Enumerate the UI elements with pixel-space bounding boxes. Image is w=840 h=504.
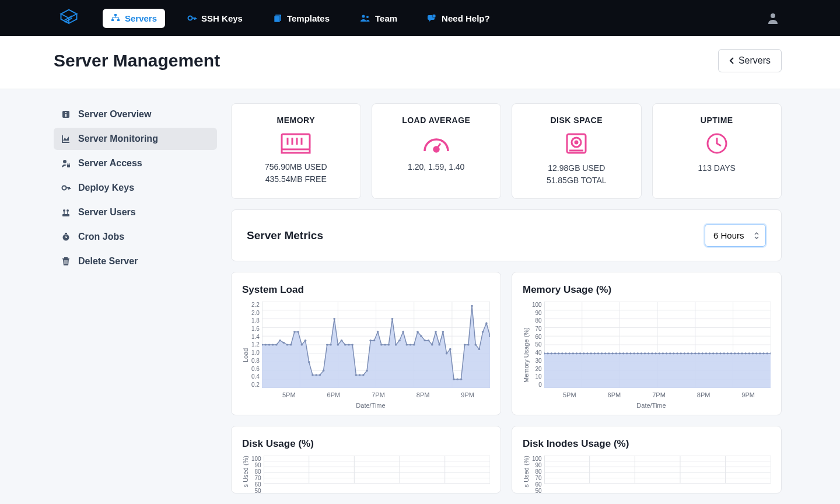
sidebar-item-label: Cron Jobs [78, 232, 124, 242]
svg-point-45 [264, 344, 267, 345]
sidebar-item-label: Server Monitoring [78, 134, 158, 144]
stat-line-2: 51.85GB TOTAL [522, 174, 632, 187]
servers-icon [111, 13, 120, 23]
svg-point-157 [665, 352, 667, 354]
svg-point-3 [188, 16, 192, 20]
svg-rect-5 [274, 16, 280, 22]
svg-point-55 [300, 344, 303, 345]
svg-point-127 [558, 352, 560, 354]
x-axis-label: Date/Time [532, 402, 771, 409]
nav-templates[interactable]: Templates [265, 9, 338, 28]
user-icon [766, 12, 779, 24]
svg-point-7 [366, 16, 369, 18]
page-header: Server Management Servers [0, 36, 840, 89]
nav-servers[interactable]: Servers [103, 9, 165, 28]
team-icon [360, 13, 370, 23]
svg-point-174 [726, 352, 729, 354]
plot-area [262, 302, 490, 388]
x-ticks: 5PM6PM7PM8PM9PM [532, 391, 771, 398]
svg-point-73 [366, 370, 368, 372]
chart-memory-usage: Memory Usage (%) Memory Usage (%) 100908… [512, 272, 782, 415]
svg-point-185 [766, 352, 768, 354]
sidebar-item-monitoring[interactable]: Server Monitoring [54, 128, 217, 150]
nav-label: Need Help? [442, 13, 490, 23]
chart-title: System Load [242, 284, 490, 296]
svg-point-124 [547, 352, 549, 354]
svg-point-184 [762, 352, 765, 354]
svg-point-52 [290, 344, 292, 345]
stat-line-2: 435.54MB FREE [241, 173, 351, 186]
svg-point-96 [449, 348, 452, 350]
nav-ssh-keys[interactable]: SSH Keys [179, 9, 251, 28]
svg-rect-12 [65, 114, 66, 117]
svg-point-162 [683, 352, 685, 354]
svg-point-89 [424, 340, 426, 341]
svg-point-86 [413, 344, 415, 345]
svg-point-156 [662, 352, 664, 354]
back-servers-button[interactable]: Servers [718, 49, 782, 72]
svg-rect-22 [62, 258, 69, 260]
svg-point-13 [63, 160, 66, 163]
sidebar-item-cron[interactable]: Cron Jobs [54, 226, 217, 248]
svg-point-176 [734, 352, 736, 354]
stat-disk: DISK SPACE 12.98GB USED 51.85GB TOTAL [512, 103, 642, 199]
sidebar-item-overview[interactable]: Server Overview [54, 103, 217, 125]
user-lock-icon [61, 159, 71, 168]
svg-point-166 [698, 352, 700, 354]
svg-point-9 [771, 13, 775, 18]
stat-load: LOAD AVERAGE 1.20, 1.59, 1.40 [372, 103, 502, 199]
svg-point-63 [330, 344, 332, 345]
stat-memory: MEMORY 756.90MB USED 435.54MB FREE [231, 103, 361, 199]
svg-rect-2 [117, 19, 120, 21]
svg-point-135 [586, 352, 589, 354]
stopwatch-icon [61, 232, 71, 242]
svg-point-93 [438, 344, 440, 345]
logo[interactable] [58, 8, 79, 29]
svg-point-82 [398, 340, 401, 341]
memory-icon [241, 132, 351, 154]
svg-point-165 [694, 352, 696, 354]
plot-area [264, 456, 490, 484]
svg-point-150 [640, 352, 642, 354]
svg-point-130 [568, 352, 570, 354]
svg-point-129 [565, 352, 567, 354]
svg-point-69 [351, 344, 354, 345]
svg-rect-196 [544, 456, 771, 484]
sidebar-item-access[interactable]: Server Access [54, 152, 217, 174]
svg-point-79 [387, 344, 390, 345]
svg-point-170 [712, 352, 715, 354]
sidebar-item-users[interactable]: Server Users [54, 201, 217, 223]
svg-point-57 [308, 361, 310, 363]
svg-point-70 [355, 374, 357, 376]
sidebar-item-delete[interactable]: Delete Server [54, 250, 217, 272]
svg-point-178 [741, 352, 743, 354]
svg-point-141 [608, 352, 610, 354]
y-axis-label: s Used (%) [242, 456, 249, 487]
y-ticks: 1009080706050 [251, 456, 264, 484]
svg-point-163 [687, 352, 689, 354]
sidebar-item-deploy-keys[interactable]: Deploy Keys [54, 177, 217, 199]
users-icon [61, 208, 71, 217]
range-select[interactable]: 6 Hours [705, 224, 766, 247]
metrics-header: Server Metrics 6 Hours [231, 209, 782, 261]
svg-point-87 [416, 331, 419, 332]
svg-point-106 [485, 322, 488, 324]
nav-team[interactable]: Team [352, 9, 405, 28]
sidebar-item-label: Delete Server [78, 256, 138, 267]
nav-label: Servers [125, 13, 157, 23]
svg-point-100 [464, 344, 466, 345]
templates-icon [273, 13, 282, 23]
svg-point-85 [410, 344, 412, 345]
svg-point-6 [362, 15, 365, 18]
y-axis-label: Memory Usage (%) [523, 302, 530, 409]
y-ticks: 2.22.01.81.61.41.21.00.80.60.40.2 [251, 302, 262, 388]
x-axis-label: Date/Time [251, 402, 490, 409]
chevron-left-icon [729, 57, 735, 65]
nav-help[interactable]: Need Help? [419, 9, 498, 28]
svg-point-149 [636, 352, 639, 354]
svg-point-183 [759, 352, 761, 354]
svg-point-128 [561, 352, 564, 354]
svg-rect-0 [114, 14, 117, 16]
svg-point-132 [575, 352, 578, 354]
user-menu[interactable] [766, 12, 779, 24]
